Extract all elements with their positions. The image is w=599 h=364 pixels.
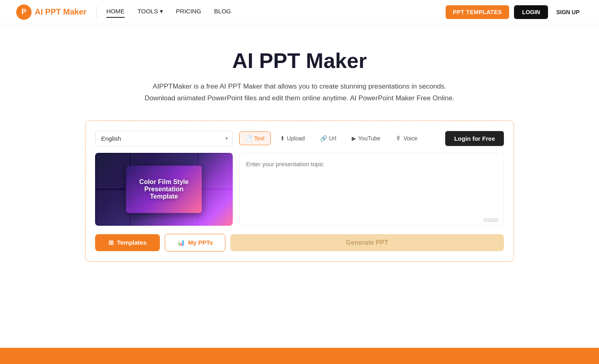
navbar: P AI PPT Maker HOME TOOLS ▾ PRICING BLOG… — [0, 0, 599, 24]
tab-text[interactable]: 📄 Text — [239, 131, 271, 145]
main-content: AI PPT Maker AIPPTMaker is a free AI PPT… — [0, 24, 599, 348]
templates-button[interactable]: ⊞ Templates — [95, 234, 160, 251]
voice-tab-label: Voice — [404, 135, 417, 142]
input-tabs: 📄 Text ⬆ Upload 🔗 Url ▶ YouTube 🎙 V — [239, 131, 439, 145]
nav-tools[interactable]: TOOLS ▾ — [138, 8, 163, 17]
url-tab-icon: 🔗 — [320, 135, 327, 142]
creator-middle-row: Color Film StylePresentation Template 0/… — [95, 153, 504, 227]
preview-background: Color Film StylePresentation Template — [95, 153, 233, 226]
creator-top-row: English Spanish French German Chinese Ja… — [95, 131, 504, 146]
nav-links: HOME TOOLS ▾ PRICING BLOG — [106, 8, 231, 17]
youtube-tab-label: YouTube — [358, 135, 380, 142]
creator-box: English Spanish French German Chinese Ja… — [85, 121, 514, 262]
preview-cell — [96, 154, 130, 188]
char-count: 0/5000 — [483, 218, 498, 223]
tab-youtube[interactable]: ▶ YouTube — [346, 131, 387, 145]
my-ppts-icon: 📊 — [177, 239, 185, 246]
preview-title: Color Film StylePresentation Template — [126, 174, 202, 205]
logo-icon: P — [16, 4, 32, 20]
text-tab-icon: 📄 — [245, 135, 252, 142]
tab-upload[interactable]: ⬆ Upload — [274, 131, 311, 145]
nav-divider — [96, 6, 97, 18]
ppt-templates-button[interactable]: PPT TEMPLATES — [446, 5, 509, 19]
text-tab-label: Text — [254, 135, 265, 142]
upload-tab-label: Upload — [287, 135, 305, 142]
tab-voice[interactable]: 🎙 Voice — [390, 131, 423, 145]
login-for-free-button[interactable]: Login for Free — [445, 131, 504, 146]
youtube-tab-icon: ▶ — [352, 135, 356, 142]
nav-home[interactable]: HOME — [106, 8, 125, 16]
page-subtitle: AIPPTMaker is a free AI PPT Maker that a… — [144, 81, 454, 104]
generate-ppt-button[interactable]: Generate PPT — [230, 234, 504, 251]
language-select[interactable]: English Spanish French German Chinese Ja… — [95, 131, 233, 146]
upload-tab-icon: ⬆ — [280, 135, 285, 142]
nav-blog[interactable]: BLOG — [214, 8, 231, 16]
preview-cell — [198, 190, 232, 225]
voice-tab-icon: 🎙 — [396, 135, 401, 142]
preview-cell — [198, 154, 232, 188]
tab-url[interactable]: 🔗 Url — [314, 131, 342, 145]
preview-image: Color Film StylePresentation Template — [95, 153, 233, 226]
nav-right: PPT TEMPLATES LOGIN SIGN UP — [446, 5, 583, 19]
url-tab-label: Url — [329, 135, 336, 142]
preview-cell — [96, 190, 130, 225]
login-button[interactable]: LOGIN — [514, 5, 548, 19]
preview-main-slide: Color Film StylePresentation Template — [126, 165, 202, 213]
footer-bar — [0, 348, 599, 364]
logo-link[interactable]: P AI PPT Maker — [16, 4, 87, 20]
my-ppts-button[interactable]: 📊 My PPTs — [165, 234, 225, 252]
presentation-topic-input[interactable] — [239, 153, 504, 226]
signup-button[interactable]: SIGN UP — [553, 5, 583, 19]
tools-dropdown-arrow: ▾ — [160, 8, 163, 15]
nav-pricing[interactable]: PRICING — [176, 8, 202, 16]
templates-icon: ⊞ — [108, 239, 114, 246]
brand-name: AI PPT Maker — [35, 7, 87, 17]
textarea-wrapper: 0/5000 — [239, 153, 504, 227]
language-selector-wrapper: English Spanish French German Chinese Ja… — [95, 131, 233, 146]
page-title: AI PPT Maker — [232, 49, 367, 73]
creator-bottom-row: ⊞ Templates 📊 My PPTs Generate PPT — [95, 234, 504, 252]
